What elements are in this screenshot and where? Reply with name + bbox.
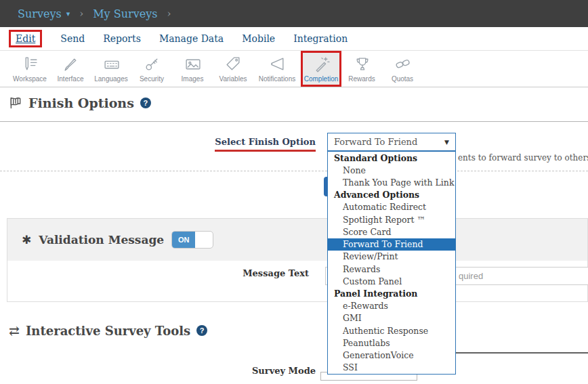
menu-item-mobile[interactable]: Mobile xyxy=(242,33,275,44)
menu-item-reports[interactable]: Reports xyxy=(103,33,141,44)
image-icon xyxy=(184,56,201,72)
dropdown-option[interactable]: Score Card xyxy=(328,226,455,238)
toolbar-item-images[interactable]: Images xyxy=(172,51,213,87)
toolbar-label: Variables xyxy=(219,75,247,83)
toolbar-label: Workspace xyxy=(13,75,47,83)
magic-wand-icon xyxy=(313,56,330,72)
survey-mode-label: Survey Mode xyxy=(252,366,316,376)
dropdown-option[interactable]: GMI xyxy=(328,312,455,324)
chain-link-icon xyxy=(394,56,411,72)
finish-option-dropdown: Standard Options None Thank You Page wit… xyxy=(327,151,456,375)
swap-arrows-icon: ⇄ xyxy=(9,323,20,338)
toolbar-label: Images xyxy=(182,75,204,83)
breadcrumb-separator-icon: › xyxy=(79,7,83,20)
dropdown-option[interactable]: None xyxy=(328,164,455,176)
interactive-tools-heading: ⇄ Interactive Survey Tools ? xyxy=(9,323,207,338)
help-icon[interactable]: ? xyxy=(196,325,207,336)
dropdown-option[interactable]: Thank You Page with Link xyxy=(328,176,455,188)
keyboard-icon xyxy=(103,56,120,72)
section-title: Finish Options xyxy=(28,95,134,110)
toggle-on-label: ON xyxy=(172,232,195,248)
menu-item-manage-data[interactable]: Manage Data xyxy=(159,33,224,44)
breadcrumb-separator-icon: › xyxy=(167,7,171,20)
breadcrumb-surveys[interactable]: Surveys ▾ xyxy=(18,7,70,20)
dropdown-group-header: Advanced Options xyxy=(328,189,455,201)
toolbar-item-languages[interactable]: Languages xyxy=(91,51,131,87)
breadcrumb-my-surveys-label: My Surveys xyxy=(93,7,157,20)
finish-option-selected-value: Forward To Friend xyxy=(334,137,417,147)
toolbar-label: Languages xyxy=(94,75,128,83)
asterisk-icon: ✱ xyxy=(22,233,31,247)
select-caret-icon: ▼ xyxy=(444,139,449,146)
dashed-divider xyxy=(0,171,588,171)
toolbar-item-rewards[interactable]: Rewards xyxy=(341,51,382,87)
dropdown-option[interactable]: Rewards xyxy=(328,263,455,275)
toolbar-label: Interface xyxy=(58,75,84,83)
dropdown-option[interactable]: e-Rewards xyxy=(328,300,455,312)
dropdown-option[interactable]: Authentic Response xyxy=(328,324,455,337)
main-menu-bar: Edit Send Reports Manage Data Mobile Int… xyxy=(0,27,588,51)
dropdown-option-selected[interactable]: Forward To Friend xyxy=(328,238,455,251)
megaphone-icon xyxy=(269,56,286,72)
select-finish-option-label-col: Select Finish Option xyxy=(0,135,316,152)
menu-item-edit[interactable]: Edit xyxy=(9,30,42,47)
key-icon xyxy=(144,56,161,72)
dropdown-option[interactable]: SSI xyxy=(328,362,455,374)
survey-mode-label-col: Survey Mode xyxy=(0,364,316,377)
dropdown-option[interactable]: Custom Panel xyxy=(328,275,455,287)
edit-toolbar: Workspace Interface Languages Security I… xyxy=(0,51,588,87)
toolbar-label: Notifications xyxy=(259,75,295,83)
breadcrumb-bar: Surveys ▾ › My Surveys › xyxy=(0,0,588,27)
toolbar-label: Completion xyxy=(304,75,339,83)
finish-flag-icon xyxy=(9,96,22,110)
toolbar-item-completion[interactable]: Completion xyxy=(301,51,341,87)
toolbar-item-notifications[interactable]: Notifications xyxy=(253,51,301,87)
toolbar-item-variables[interactable]: Variables xyxy=(213,51,253,87)
section-title: Interactive Survey Tools xyxy=(26,324,190,338)
toolbar-item-quotas[interactable]: Quotas xyxy=(382,51,423,87)
toolbar-item-workspace[interactable]: Workspace xyxy=(9,51,50,87)
breadcrumb-my-surveys[interactable]: My Surveys xyxy=(93,7,157,20)
trophy-icon xyxy=(354,56,371,72)
brush-icon xyxy=(62,56,79,72)
validation-title: Validation Message xyxy=(39,233,164,247)
dropdown-option[interactable]: Spotlight Report ™ xyxy=(328,213,455,226)
toolbar-item-security[interactable]: Security xyxy=(131,51,172,87)
section-divider xyxy=(0,121,588,122)
tag-icon xyxy=(225,56,242,72)
finish-option-select[interactable]: Forward To Friend ▼ xyxy=(327,133,456,151)
menu-item-send[interactable]: Send xyxy=(60,33,85,44)
dropdown-option[interactable]: GenerationVoice xyxy=(328,349,455,362)
breadcrumb-surveys-label: Surveys xyxy=(18,7,62,20)
toolbar-label: Quotas xyxy=(392,75,413,83)
toolbar-label: Security xyxy=(140,75,164,83)
dropdown-option[interactable]: Review/Print xyxy=(328,251,455,263)
dropdown-option[interactable]: Peanutlabs xyxy=(328,337,455,349)
dropdown-group-header: Standard Options xyxy=(328,152,455,164)
finish-options-heading: Finish Options ? xyxy=(9,95,151,110)
forward-helper-fragment: ents to forward survey to others. xyxy=(458,153,588,163)
message-text-label: Message Text xyxy=(0,268,309,278)
chevron-down-icon: ▾ xyxy=(66,9,70,18)
toolbar-label: Rewards xyxy=(348,75,375,83)
dropdown-option[interactable]: Automatic Redirect xyxy=(328,201,455,213)
validation-toggle[interactable]: ON xyxy=(171,231,213,249)
pen-list-icon xyxy=(22,56,39,72)
toolbar-item-interface[interactable]: Interface xyxy=(50,51,91,87)
dropdown-group-header: Panel Integration xyxy=(328,287,455,299)
validation-message-card: ✱ Validation Message ON xyxy=(7,218,588,302)
validation-card-header: ✱ Validation Message ON xyxy=(7,219,587,261)
select-finish-option-label: Select Finish Option xyxy=(215,137,316,152)
menu-item-integration[interactable]: Integration xyxy=(293,33,348,44)
help-icon[interactable]: ? xyxy=(140,98,151,108)
forward-helper-text: ents to forward survey to others. ? xyxy=(458,152,588,163)
